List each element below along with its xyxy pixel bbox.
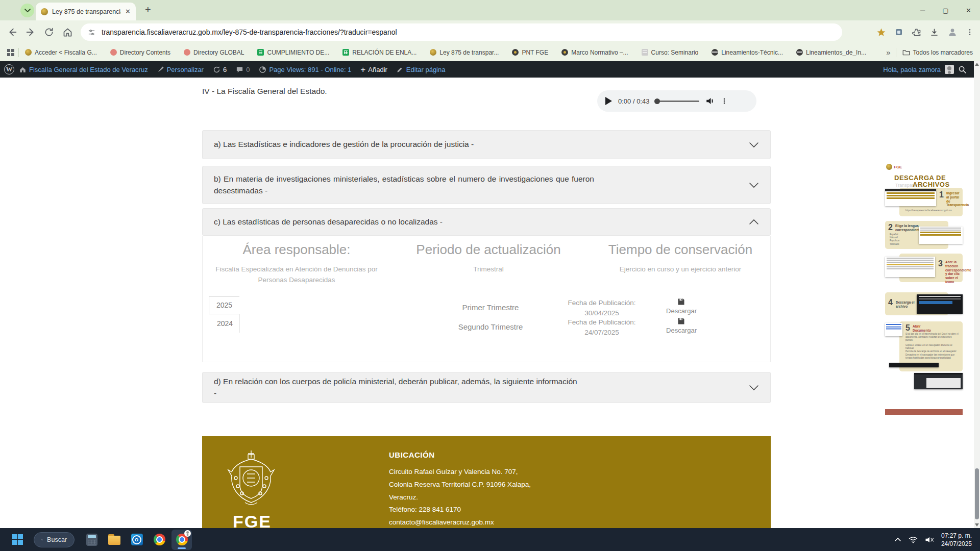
step5-links-screenshot <box>885 323 902 336</box>
bookmarks-overflow-button[interactable]: » <box>886 48 890 57</box>
taskbar-file-explorer[interactable] <box>104 530 125 550</box>
bookmark-star-icon[interactable] <box>876 28 886 37</box>
admin-site-link[interactable]: Fiscalía General del Estado de Veracruz <box>14 61 153 78</box>
scrollbar-thumb[interactable] <box>975 468 979 519</box>
bookmark-item[interactable]: Lineamientos-Técnic... <box>712 49 783 56</box>
taskbar-search[interactable]: Buscar <box>34 532 75 547</box>
url-text[interactable]: transparencia.fiscaliaveracruz.gob.mx/le… <box>102 28 397 36</box>
accordion-c-label: c) Las estadísticas de personas desapare… <box>214 216 443 228</box>
start-button[interactable] <box>7 530 28 550</box>
admin-comments-link[interactable]: 0 <box>231 61 254 78</box>
step2-languages: Español Náhuatl Popoluca Totonaco <box>890 233 899 246</box>
admin-edit-page-link[interactable]: Editar página <box>392 61 450 78</box>
search-icon[interactable] <box>958 65 967 74</box>
avatar[interactable] <box>945 65 954 74</box>
forward-button[interactable] <box>21 27 40 38</box>
directory-favicon <box>110 49 117 56</box>
bookmark-item[interactable]: Directory GLOBAL <box>184 49 244 56</box>
admin-customize-link[interactable]: Personalizar <box>153 61 208 78</box>
bookmark-item[interactable]: Acceder < Fiscalía G... <box>25 49 97 56</box>
comments-count: 0 <box>246 66 250 73</box>
download-button[interactable]: Descargar <box>666 317 697 334</box>
accordion-c[interactable]: c) Las estadísticas de personas desapare… <box>202 208 771 236</box>
address-bar[interactable]: transparencia.fiscaliaveracruz.gob.mx/le… <box>81 23 842 41</box>
bookmark-item[interactable]: Curso: Seminario <box>642 49 699 56</box>
add-new-label: Añadir <box>368 66 387 73</box>
site-settings-icon[interactable] <box>88 29 95 36</box>
profile-icon[interactable] <box>947 27 958 37</box>
home-button[interactable] <box>58 27 77 38</box>
scroll-down-arrow[interactable] <box>974 522 980 528</box>
tab-search-button[interactable] <box>20 4 34 17</box>
back-button[interactable] <box>3 27 21 38</box>
windows-taskbar: Buscar 07:27 p. m. 24/07/2025 <box>0 528 980 551</box>
footer-email-link[interactable]: contacto@fiscaliaveracruz.gob.mx <box>389 518 494 526</box>
trimester-row: Primer Trimestre Fecha de Publicación: 3… <box>203 298 771 318</box>
accordion-a-label: a) Las Estadísticas e indicadores de ges… <box>214 139 474 150</box>
download-button[interactable]: Descargar <box>666 298 697 315</box>
accordion-b-label: b) En materia de investigaciones ministe… <box>214 173 594 196</box>
volume-icon[interactable] <box>705 97 715 105</box>
apps-grid-icon[interactable] <box>7 49 14 56</box>
accordion-b[interactable]: b) En materia de investigaciones ministe… <box>202 166 771 204</box>
globe-favicon <box>712 49 718 56</box>
footer-address-line: Circuito Rafael Guízar y Valencia No. 70… <box>389 468 518 475</box>
taskbar-chrome[interactable] <box>149 530 169 550</box>
trimester-label: Primer Trimestre <box>462 303 519 312</box>
bookmark-item[interactable]: CUMPLIMIENTO DE... <box>257 49 329 56</box>
bookmark-item[interactable]: Ley 875 de transpar... <box>430 49 499 56</box>
wifi-icon[interactable] <box>909 536 918 543</box>
window-maximize-button[interactable]: ▢ <box>934 0 957 20</box>
save-disk-icon <box>678 317 685 325</box>
admin-site-name: Fiscalía General del Estado de Veracruz <box>29 66 148 73</box>
browser-tab[interactable]: Ley 875 de transparencia fracci ✕ <box>36 3 136 20</box>
bookmark-label: Directory Contents <box>120 49 170 56</box>
downloads-icon[interactable] <box>929 28 939 37</box>
volume-muted-icon[interactable] <box>925 536 934 543</box>
admin-greeting[interactable]: Hola, paola zamora <box>883 66 941 73</box>
separator <box>896 48 896 57</box>
taskbar-outlook[interactable] <box>127 530 147 550</box>
bookmark-item[interactable]: PNT FGE <box>512 49 548 56</box>
menu-dots-icon[interactable] <box>966 28 974 36</box>
audio-progress-slider[interactable] <box>655 101 699 102</box>
chrome-icon <box>154 534 165 545</box>
bookmark-item[interactable]: Directory Contents <box>110 49 170 56</box>
accordion-c-content: Área responsable: Periodo de actualizaci… <box>202 236 771 362</box>
taskbar-chrome-active[interactable] <box>172 530 192 550</box>
system-tray: 07:27 p. m. 24/07/2025 <box>894 532 980 548</box>
step3-screenshot <box>885 257 935 277</box>
year-tab-2025[interactable]: 2025 <box>209 296 239 314</box>
bookmark-item[interactable]: Marco Normativo –... <box>561 49 628 56</box>
column-header-conservacion: Tiempo de conservación <box>608 242 752 258</box>
admin-pageviews-link[interactable]: Page Views: 891 - Online: 1 <box>254 61 356 78</box>
wordpress-logo-icon[interactable]: W <box>4 64 14 74</box>
tray-chevron-up-icon[interactable] <box>894 537 901 542</box>
accordion-d[interactable]: d) En relación con los cuerpos de policí… <box>202 372 771 403</box>
pageviews-label: Page Views: 891 - Online: 1 <box>269 66 351 73</box>
taskbar-clock[interactable]: 07:27 p. m. 24/07/2025 <box>941 532 972 548</box>
sheets-favicon <box>257 49 264 56</box>
vertical-scrollbar[interactable] <box>974 61 980 528</box>
taskbar-calculator[interactable] <box>82 530 102 550</box>
admin-updates-link[interactable]: 6 <box>208 61 231 78</box>
bookmark-label: Ley 875 de transpar... <box>439 49 499 56</box>
accordion-a[interactable]: a) Las Estadísticas e indicadores de ges… <box>202 130 771 159</box>
audio-menu-icon[interactable] <box>721 97 728 105</box>
new-tab-button[interactable]: + <box>145 4 151 16</box>
bookmark-item[interactable]: RELACIÓN DE ENLA... <box>342 49 416 56</box>
bookmark-item[interactable]: Lineamientos_de_In... <box>796 49 866 56</box>
step3-number: 3 <box>938 260 943 268</box>
admin-add-new-link[interactable]: + Añadir <box>356 61 392 78</box>
window-close-button[interactable]: ✕ <box>957 0 980 20</box>
download-label: Descargar <box>666 307 697 315</box>
reload-button[interactable] <box>40 27 58 37</box>
all-bookmarks-button[interactable]: Todos los marcadores <box>902 49 973 56</box>
extension-icon[interactable] <box>894 28 903 37</box>
play-button[interactable] <box>605 97 612 105</box>
extensions-puzzle-icon[interactable] <box>912 28 921 37</box>
step5-bar-screenshot <box>889 363 939 367</box>
tab-close-icon[interactable]: ✕ <box>125 8 131 15</box>
scroll-up-arrow[interactable] <box>974 61 980 67</box>
window-minimize-button[interactable]: ─ <box>911 0 934 20</box>
